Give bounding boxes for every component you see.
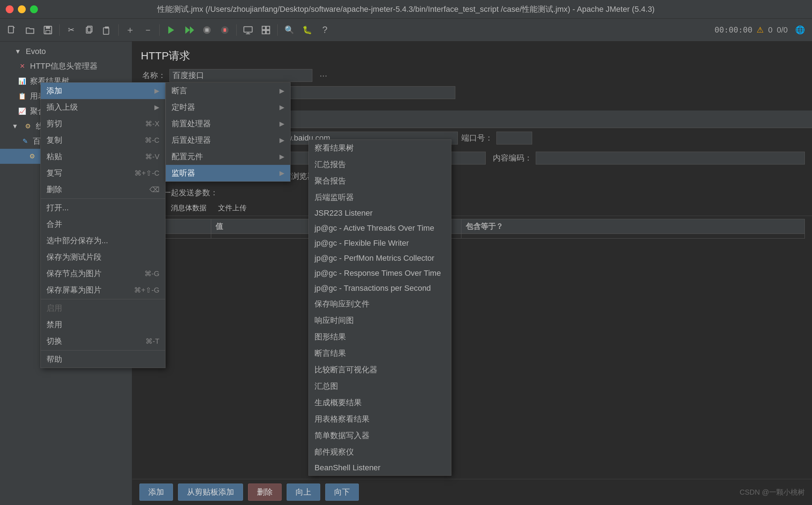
- ls-beanshell[interactable]: BeanShell Listener: [309, 460, 451, 475]
- ls-active-threads-label: jp@gc - Active Threads Over Time: [315, 224, 445, 233]
- submenu-add-listener[interactable]: 监听器 ▶: [166, 165, 290, 181]
- timer-arrow: ▶: [279, 103, 284, 111]
- ctx-save-selection[interactable]: 选中部分保存为...: [41, 232, 165, 249]
- pre-processor-label: 前置处理器: [172, 118, 279, 129]
- ctx-save-screen-img-label: 保存屏幕为图片: [46, 285, 134, 295]
- ls-assertion-result[interactable]: 断言结果: [309, 345, 451, 362]
- ctx-save-selection-label: 选中部分保存为...: [46, 235, 159, 246]
- ctx-paste-shortcut: ⌘-V: [145, 152, 159, 161]
- ls-active-threads[interactable]: jp@gc - Active Threads Over Time: [309, 221, 451, 236]
- ls-table-label: 用表格察看结果: [315, 414, 445, 425]
- ctx-add[interactable]: 添加 ▶: [41, 83, 165, 99]
- ctx-toggle-label: 切换: [46, 336, 145, 347]
- ls-table[interactable]: 用表格察看结果: [309, 411, 451, 427]
- submenu-add-pre-processor[interactable]: 前置处理器 ▶: [166, 116, 290, 132]
- ctx-insert-parent-label: 插入上级: [46, 102, 154, 113]
- submenu-add-assertion[interactable]: 断言 ▶: [166, 83, 290, 99]
- ls-graph-label: 图形结果: [315, 332, 445, 342]
- ls-assertion-result-label: 断言结果: [315, 348, 445, 359]
- ctx-duplicate-label: 复写: [46, 168, 134, 178]
- ls-save-response[interactable]: 保存响应到文件: [309, 296, 451, 312]
- submenu-add-config[interactable]: 配置元件 ▶: [166, 148, 290, 165]
- ctx-insert-parent-arrow: ▶: [154, 103, 159, 111]
- ls-view-results-label: 察看结果树: [315, 143, 445, 153]
- ls-summary[interactable]: 汇总报告: [309, 156, 451, 173]
- ctx-cut[interactable]: 剪切 ⌘-X: [41, 116, 165, 132]
- timer-label: 定时器: [172, 102, 279, 113]
- ctx-delete-label: 删除: [46, 184, 149, 195]
- ls-beanshell-label: BeanShell Listener: [315, 463, 445, 472]
- ctx-disable[interactable]: 禁用: [41, 317, 165, 333]
- ls-graph[interactable]: 图形结果: [309, 329, 451, 345]
- ls-jsr223-label: JSR223 Listener: [315, 209, 445, 218]
- ls-backend-label: 后端监听器: [315, 192, 445, 203]
- ctx-sep-3: [41, 350, 165, 350]
- ls-response-times-label: jp@gc - Response Times Over Time: [315, 269, 445, 278]
- ls-flexible-writer-label: jp@gc - Flexible File Writer: [315, 239, 445, 248]
- ctx-copy-label: 复制: [46, 135, 145, 146]
- listener-arrow: ▶: [279, 169, 284, 177]
- ctx-sep-1: [41, 198, 165, 199]
- ls-flexible-writer[interactable]: jp@gc - Flexible File Writer: [309, 236, 451, 251]
- ls-response-time-graph-label: 响应时间图: [315, 315, 445, 326]
- config-arrow: ▶: [279, 153, 284, 161]
- post-processor-label: 后置处理器: [172, 135, 279, 146]
- ls-summary-label: 汇总报告: [315, 159, 445, 170]
- ctx-merge[interactable]: 合并: [41, 216, 165, 232]
- ctx-save-screen-img-shortcut: ⌘+⇧-G: [134, 286, 159, 294]
- ctx-paste-label: 粘贴: [46, 151, 145, 162]
- ls-simple-writer-label: 简单数据写入器: [315, 430, 445, 441]
- ls-summary-graph[interactable]: 汇总图: [309, 378, 451, 394]
- ls-aggregate[interactable]: 聚合报告: [309, 173, 451, 189]
- ctx-toggle[interactable]: 切换 ⌘-T: [41, 333, 165, 349]
- ctx-duplicate-shortcut: ⌘+⇧-C: [134, 169, 159, 177]
- context-menu-overlay[interactable]: 添加 ▶ 插入上级 ▶ 剪切 ⌘-X 复制 ⌘-C 粘贴 ⌘-V 复写 ⌘+⇧-…: [0, 0, 812, 505]
- ls-aggregate-label: 聚合报告: [315, 176, 445, 186]
- ctx-help[interactable]: 帮助: [41, 351, 165, 368]
- ls-save-response-label: 保存响应到文件: [315, 299, 445, 309]
- ls-transactions[interactable]: jp@gc - Transactions per Second: [309, 281, 451, 296]
- ctx-copy[interactable]: 复制 ⌘-C: [41, 132, 165, 148]
- ctx-disable-label: 禁用: [46, 319, 159, 330]
- ls-summary-result-label: 生成概要结果: [315, 397, 445, 408]
- ctx-save-fragment[interactable]: 保存为测试片段: [41, 249, 165, 265]
- ctx-duplicate[interactable]: 复写 ⌘+⇧-C: [41, 165, 165, 181]
- ls-perfmon[interactable]: jp@gc - PerfMon Metrics Collector: [309, 251, 451, 266]
- ctx-insert-parent[interactable]: 插入上级 ▶: [41, 99, 165, 116]
- ls-perfmon-label: jp@gc - PerfMon Metrics Collector: [315, 254, 445, 263]
- ctx-enable-label: 启用: [46, 303, 159, 314]
- ls-mail[interactable]: 邮件观察仪: [309, 444, 451, 460]
- ctx-copy-shortcut: ⌘-C: [145, 136, 159, 144]
- ls-response-times[interactable]: jp@gc - Response Times Over Time: [309, 266, 451, 281]
- ls-backend[interactable]: 后端监听器: [309, 189, 451, 206]
- config-label: 配置元件: [172, 151, 279, 162]
- ls-compare-assertion[interactable]: 比较断言可视化器: [309, 362, 451, 378]
- ctx-save-screen-img[interactable]: 保存屏幕为图片 ⌘+⇧-G: [41, 282, 165, 298]
- ctx-merge-label: 合并: [46, 219, 159, 230]
- main-context-menu: 添加 ▶ 插入上级 ▶ 剪切 ⌘-X 复制 ⌘-C 粘贴 ⌘-V 复写 ⌘+⇧-…: [40, 82, 165, 368]
- ls-response-time-graph[interactable]: 响应时间图: [309, 312, 451, 329]
- ctx-add-label: 添加: [46, 85, 154, 96]
- ctx-save-node-img-label: 保存节点为图片: [46, 268, 144, 279]
- submenu-add-post-processor[interactable]: 后置处理器 ▶: [166, 132, 290, 148]
- ctx-save-node-img-shortcut: ⌘-G: [144, 269, 159, 278]
- listener-label: 监听器: [172, 168, 279, 178]
- ls-simple-writer[interactable]: 简单数据写入器: [309, 427, 451, 444]
- ctx-enable: 启用: [41, 300, 165, 317]
- ctx-help-label: 帮助: [46, 354, 159, 365]
- ctx-save-node-img[interactable]: 保存节点为图片 ⌘-G: [41, 265, 165, 282]
- ls-summary-result[interactable]: 生成概要结果: [309, 394, 451, 411]
- assertion-arrow: ▶: [279, 87, 284, 95]
- ctx-cut-label: 剪切: [46, 118, 145, 129]
- ctx-cut-shortcut: ⌘-X: [145, 119, 159, 128]
- ctx-delete-shortcut: ⌫: [149, 185, 159, 194]
- ctx-delete[interactable]: 删除 ⌫: [41, 181, 165, 198]
- ctx-save-fragment-label: 保存为测试片段: [46, 252, 159, 263]
- ls-jsr223[interactable]: JSR223 Listener: [309, 206, 451, 221]
- ctx-paste[interactable]: 粘贴 ⌘-V: [41, 148, 165, 165]
- submenu-add-timer[interactable]: 定时器 ▶: [166, 99, 290, 116]
- submenu-add: 断言 ▶ 定时器 ▶ 前置处理器 ▶ 后置处理器 ▶ 配置元件 ▶ 监听器 ▶: [165, 82, 291, 182]
- ls-view-results[interactable]: 察看结果树: [309, 140, 451, 156]
- ls-summary-graph-label: 汇总图: [315, 381, 445, 392]
- ctx-open[interactable]: 打开...: [41, 200, 165, 216]
